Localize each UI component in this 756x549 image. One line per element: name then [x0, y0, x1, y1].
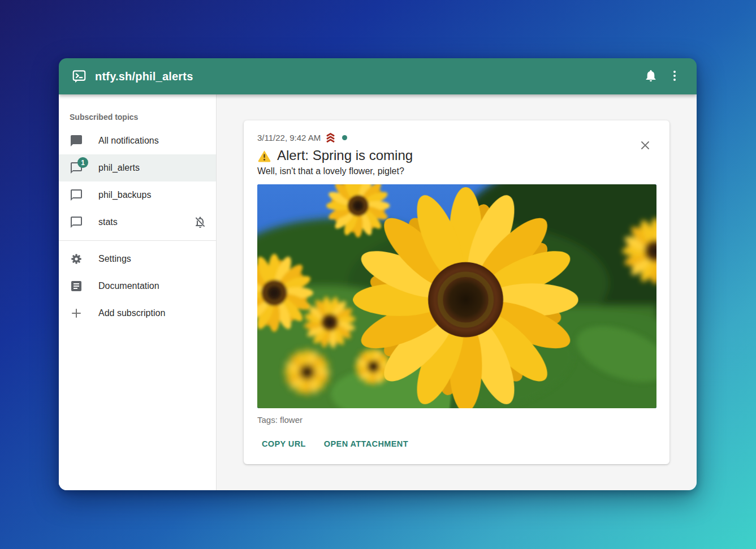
sidebar-item-add-subscription[interactable]: Add subscription [59, 300, 216, 327]
sidebar-item-settings[interactable]: Settings [59, 245, 216, 273]
notification-tags: Tags: flower [257, 415, 656, 425]
app-bar: ntfy.sh/phil_alerts [59, 58, 697, 94]
sidebar-item-phil-alerts[interactable]: 1 phil_alerts [59, 154, 216, 181]
bell-icon [644, 69, 658, 84]
sidebar-item-label: stats [98, 217, 118, 227]
gear-icon [70, 252, 83, 266]
close-icon [638, 139, 652, 154]
sunflower-field-illustration [257, 184, 656, 408]
sidebar-item-stats[interactable]: stats [59, 209, 216, 236]
subscribed-topics-label: Subscribed topics [59, 100, 216, 127]
unread-count-badge: 1 [77, 157, 88, 168]
ntfy-logo-icon [71, 68, 87, 84]
copy-url-button[interactable]: COPY URL [257, 436, 310, 452]
page-title: ntfy.sh/phil_alerts [95, 70, 193, 83]
kebab-menu-icon [668, 69, 681, 84]
window-content: Subscribed topics All notifications 1 ph… [59, 94, 697, 490]
notification-card: 3/11/22, 9:42 AM [244, 120, 669, 464]
chat-bubble-filled-icon [70, 134, 83, 148]
notification-actions: COPY URL OPEN ATTACHMENT [257, 436, 656, 456]
notification-title: Alert: Spring is coming [277, 148, 413, 163]
sidebar-item-all-notifications[interactable]: All notifications [59, 127, 216, 154]
close-notification-button[interactable] [633, 134, 657, 158]
notifications-button[interactable] [639, 64, 663, 88]
chat-bubble-outline-icon: 1 [70, 161, 83, 175]
article-icon [70, 279, 83, 293]
sidebar-item-label: Settings [98, 254, 131, 264]
new-indicator-dot [342, 135, 347, 140]
notification-meta: 3/11/22, 9:42 AM [257, 132, 656, 144]
app-window: ntfy.sh/phil_alerts Subscribed topics [59, 58, 697, 490]
warning-triangle-icon [257, 149, 271, 163]
chat-bubble-outline-icon [70, 188, 83, 202]
notification-message: Well, isn't that a lovely flower, piglet… [257, 166, 656, 176]
main-area: 3/11/22, 9:42 AM [217, 94, 697, 490]
plus-icon [70, 306, 83, 320]
open-attachment-button[interactable]: OPEN ATTACHMENT [319, 436, 413, 452]
bell-off-icon [193, 215, 207, 229]
notification-attachment-image[interactable] [257, 184, 656, 408]
overflow-menu-button[interactable] [663, 64, 686, 88]
sidebar-item-label: phil_alerts [98, 163, 140, 173]
notification-title-row: Alert: Spring is coming [257, 148, 656, 163]
chat-bubble-outline-icon [70, 215, 83, 229]
priority-high-icon [325, 132, 336, 144]
sidebar-item-label: phil_backups [98, 190, 151, 200]
sidebar: Subscribed topics All notifications 1 ph… [59, 94, 217, 490]
sidebar-item-label: Add subscription [98, 308, 165, 318]
sidebar-item-label: Documentation [98, 281, 159, 291]
sidebar-item-phil-backups[interactable]: phil_backups [59, 181, 216, 209]
sidebar-item-label: All notifications [98, 136, 159, 146]
sidebar-divider [59, 240, 216, 241]
sidebar-item-documentation[interactable]: Documentation [59, 273, 216, 300]
notification-timestamp: 3/11/22, 9:42 AM [257, 133, 321, 142]
